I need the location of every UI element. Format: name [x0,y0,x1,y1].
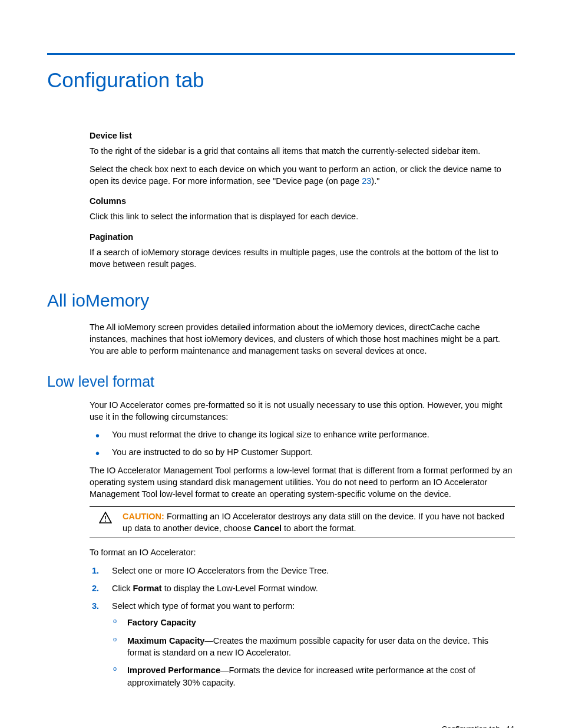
device-list-p2a: Select the check box next to each device… [90,164,501,186]
llf-bullets: You must reformat the drive to change it… [90,429,515,459]
opt-perf-label: Improved Performance [127,666,220,675]
device-list-p1: To the right of the sidebar is a grid th… [90,145,515,157]
llf-p2: The IO Accelerator Management Tool perfo… [90,465,515,500]
llf-intro: Your IO Accelerator comes pre-formatted … [90,399,515,423]
step-3-text: Select which type of format you want to … [112,601,295,611]
device-list-p2b: )." [371,176,379,186]
columns-label: Columns [90,195,515,207]
opt-factory-label: Factory Capacity [127,618,196,627]
llf-steps: Select one or more IO Accelerators from … [90,565,515,689]
step-2: Click Format to display the Low-Level Fo… [90,582,515,594]
svg-point-1 [105,521,106,522]
llf-p3: To format an IO Accelerator: [90,546,515,558]
caution-cancel: Cancel [254,523,282,533]
step-3: Select which type of format you want to … [90,600,515,689]
footer-page: 11 [507,724,515,728]
all-iomemory-p1: The All ioMemory screen provides detaile… [90,321,515,357]
opt-max: Maximum Capacity—Creates the maximum pos… [112,635,515,659]
step-2a: Click [112,584,133,593]
llf-bullet-2: You are instructed to do so by HP Custom… [90,446,515,458]
page-footer: Configuration tab 11 [47,724,515,728]
page-title: Configuration tab [47,65,515,94]
caution-icon [99,512,112,535]
llf-bullet-1: You must reformat the drive to change it… [90,429,515,440]
pagination-p1: If a search of ioMemory storage devices … [90,246,515,271]
pagination-label: Pagination [90,231,515,243]
header-rule [47,53,515,55]
page-link-23[interactable]: 23 [362,176,371,186]
footer-section: Configuration tab [442,724,500,728]
step-1: Select one or more IO Accelerators from … [90,565,515,577]
format-options: Factory Capacity Maximum Capacity—Create… [112,617,515,688]
columns-p1: Click this link to select the informatio… [90,210,515,222]
device-list-label: Device list [90,130,515,141]
caution-b: to abort the format. [282,523,356,533]
device-list-p2: Select the check box next to each device… [90,163,515,187]
caution-label: CAUTION: [123,512,164,521]
opt-perf: Improved Performance—Formats the device … [112,664,515,689]
caution-box: CAUTION: Formatting an IO Accelerator de… [90,506,515,539]
step-2b: to display the Low-Level Format window. [162,584,318,593]
step-2-format: Format [133,584,161,593]
opt-max-label: Maximum Capacity [127,636,204,645]
opt-factory: Factory Capacity [112,617,515,628]
low-level-format-title: Low level format [47,371,515,392]
all-iomemory-title: All ioMemory [47,288,515,313]
device-list-block: Device list To the right of the sidebar … [90,130,515,271]
caution-text: CAUTION: Formatting an IO Accelerator de… [123,510,515,535]
